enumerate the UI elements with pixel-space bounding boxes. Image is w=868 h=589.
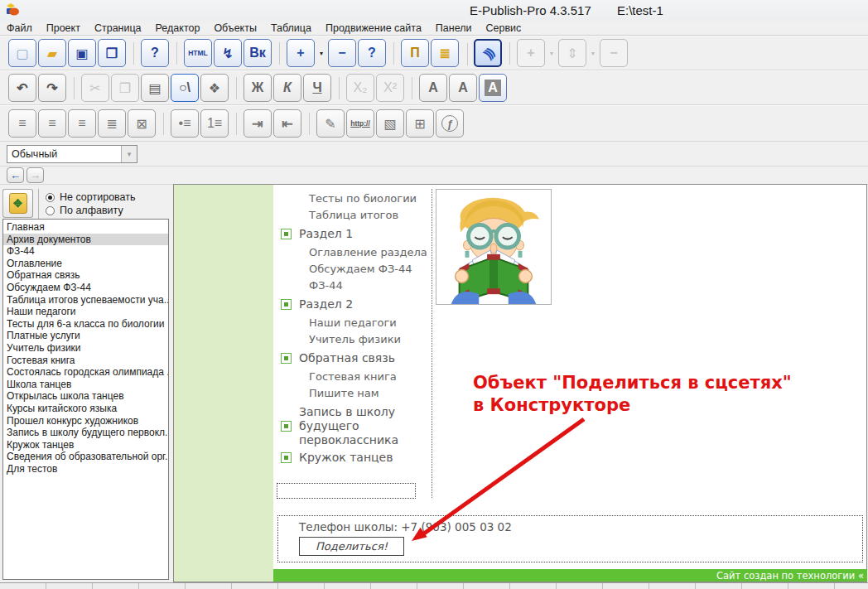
page-list-item[interactable]: Учитель физики <box>3 342 168 355</box>
bold-button[interactable]: Ж <box>244 74 272 102</box>
sitemap-button[interactable]: ≣ <box>431 39 459 67</box>
preview-menu-item[interactable]: Обсуждаем ФЗ-44 <box>273 261 431 278</box>
align-justify-button[interactable]: ≣ <box>98 109 126 138</box>
font-button[interactable]: A <box>419 74 447 102</box>
preview-menu-item[interactable]: ФЗ-44 <box>273 278 431 294</box>
menu-item[interactable]: Продвижение сайта <box>326 22 422 34</box>
preview-menu-item[interactable]: Таблица итогов <box>273 207 431 224</box>
page-list-item[interactable]: ФЗ-44 <box>3 245 168 258</box>
remove-section-button[interactable]: − <box>600 39 628 67</box>
new-document-button[interactable]: ▢ <box>8 39 36 67</box>
bullet-list-button[interactable]: •≡ <box>171 109 199 138</box>
align-center-button[interactable]: ≡ <box>38 109 66 138</box>
page-list-item[interactable]: Обсуждаем ФЗ-44 <box>3 282 168 294</box>
menu-item[interactable]: Редактор <box>156 22 200 34</box>
add-page-dropdown[interactable]: ▾ <box>316 39 326 67</box>
vk-export-button[interactable]: Вк <box>244 39 272 67</box>
publish-button[interactable]: ↯ <box>214 39 242 67</box>
zoom-button[interactable]: ○\ <box>171 74 199 102</box>
page-list-item[interactable]: Оглавление <box>3 258 168 270</box>
arrange-pages-button[interactable]: ✥ <box>2 189 33 218</box>
menu-item[interactable]: Файл <box>7 22 32 34</box>
subscript-button[interactable]: X₂ <box>346 74 374 102</box>
help-button[interactable]: ? <box>141 39 169 67</box>
page-list-item[interactable]: Открылась школа танцев <box>3 390 168 403</box>
preview-menu-item[interactable]: Оглавление раздела <box>273 244 431 261</box>
rss-button[interactable]: ))) <box>474 39 502 67</box>
page-list-item[interactable]: Состоялась городская олимпиада ... <box>3 366 168 379</box>
page-list-item[interactable]: Платные услуги <box>3 330 168 342</box>
menu-item[interactable]: Панели <box>436 22 472 34</box>
page-list-item[interactable]: Архив документов <box>3 234 168 246</box>
move-section-dropdown[interactable]: ▾ <box>588 39 598 67</box>
edit-object-button[interactable]: ✎ <box>316 109 345 138</box>
add-page-button[interactable]: + <box>287 39 315 67</box>
page-list-item[interactable]: Таблица итогов успеваемости уча... <box>3 294 168 307</box>
preview-menu-item[interactable]: Наши педагоги <box>273 315 431 331</box>
page-list-item[interactable]: Главная <box>3 221 168 234</box>
page-list-item[interactable]: Школа танцев <box>3 379 168 391</box>
highlight-color-button[interactable]: A <box>479 74 507 102</box>
paragraph-style-select[interactable]: Обычный ▾ <box>7 145 137 163</box>
html-export-button[interactable]: HTML <box>184 39 212 67</box>
align-right-button[interactable]: ≡ <box>68 109 96 138</box>
align-left-button[interactable]: ≡ <box>8 109 36 138</box>
preview-menu-item[interactable]: Тесты по биологии <box>273 191 431 207</box>
indent-decrease-button[interactable]: ⇤ <box>273 109 301 138</box>
preview-menu-item[interactable]: Кружок танцев <box>273 451 431 465</box>
preview-menu-item[interactable]: Гостевая книга <box>273 369 431 385</box>
share-button[interactable]: Поделиться! <box>299 537 404 556</box>
insert-image-button[interactable]: ▧ <box>376 109 404 138</box>
menu-item[interactable]: Проект <box>46 22 80 34</box>
page-list-item[interactable]: Для тестов <box>3 463 168 476</box>
preview-menu-item[interactable]: Раздел 2 <box>273 297 431 311</box>
indent-increase-button[interactable]: ⇥ <box>244 109 272 138</box>
underline-button[interactable]: Ч <box>303 74 331 102</box>
preview-menu-item[interactable]: Раздел 1 <box>273 227 431 241</box>
no-wrap-button[interactable]: ⊠ <box>128 109 156 138</box>
radio-button[interactable] <box>46 206 55 215</box>
page-list-item[interactable]: Наши педагоги <box>3 306 168 318</box>
save-button[interactable]: ▣ <box>68 39 96 67</box>
format-painter-button[interactable]: ❖ <box>200 74 229 102</box>
move-section-button[interactable]: ⇕ <box>558 39 586 67</box>
preview-menu-item[interactable]: Учитель физики <box>273 331 431 348</box>
save-all-button[interactable]: ❐ <box>98 39 126 67</box>
font-color-button[interactable]: A <box>449 74 477 102</box>
sort-option[interactable]: Не сортировать <box>46 191 136 204</box>
preview-menu-item[interactable]: Пишите нам <box>273 385 431 402</box>
page-template-button[interactable]: П <box>401 39 429 67</box>
insert-table-button[interactable]: ⊞ <box>406 109 434 138</box>
page-list-item[interactable]: Курсы китайского языка <box>3 403 168 415</box>
flash-button[interactable]: ƒ <box>436 109 464 138</box>
menu-item[interactable]: Страница <box>94 22 142 34</box>
add-section-dropdown[interactable]: ▾ <box>547 39 557 67</box>
empty-object-placeholder[interactable] <box>277 483 416 499</box>
add-section-button[interactable]: + <box>517 39 545 67</box>
superscript-button[interactable]: X² <box>376 74 404 102</box>
boy-reading-image[interactable] <box>436 189 552 305</box>
page-list-item[interactable]: Тесты для 6-а класса по биологии <box>3 318 168 331</box>
page-list-item[interactable]: Кружок танцев <box>3 439 168 451</box>
radio-button[interactable] <box>46 193 55 202</box>
menu-item[interactable]: Таблица <box>271 22 311 34</box>
nav-back-button[interactable]: ← <box>7 167 24 183</box>
preview-menu-item[interactable]: Запись в школу будущего первоклассника <box>273 405 431 447</box>
page-list-item[interactable]: Гостевая книга <box>3 355 168 367</box>
redo-button[interactable]: ↷ <box>38 74 66 102</box>
numbered-list-button[interactable]: 1≡ <box>200 109 229 138</box>
nav-forward-button[interactable]: → <box>27 167 44 183</box>
italic-button[interactable]: К <box>273 74 301 102</box>
page-list-item[interactable]: Сведения об образовательной орг... <box>3 451 168 463</box>
page-properties-button[interactable]: ? <box>358 39 386 67</box>
menu-item[interactable]: Объекты <box>214 22 257 34</box>
chevron-down-icon[interactable]: ▾ <box>121 146 137 162</box>
open-project-button[interactable]: ▰ <box>38 39 66 67</box>
sort-option[interactable]: По алфавиту <box>46 204 136 217</box>
paste-button[interactable]: ▤ <box>141 74 169 102</box>
remove-page-button[interactable]: − <box>328 39 356 67</box>
copy-button[interactable]: ❐ <box>111 74 139 102</box>
footer-object-container[interactable]: Телефон школы: +7 (903) 005 03 02 Подели… <box>277 515 863 562</box>
page-list-item[interactable]: Обратная связь <box>3 269 168 282</box>
page-list-item[interactable]: Прошел конкурс художников <box>3 415 168 427</box>
